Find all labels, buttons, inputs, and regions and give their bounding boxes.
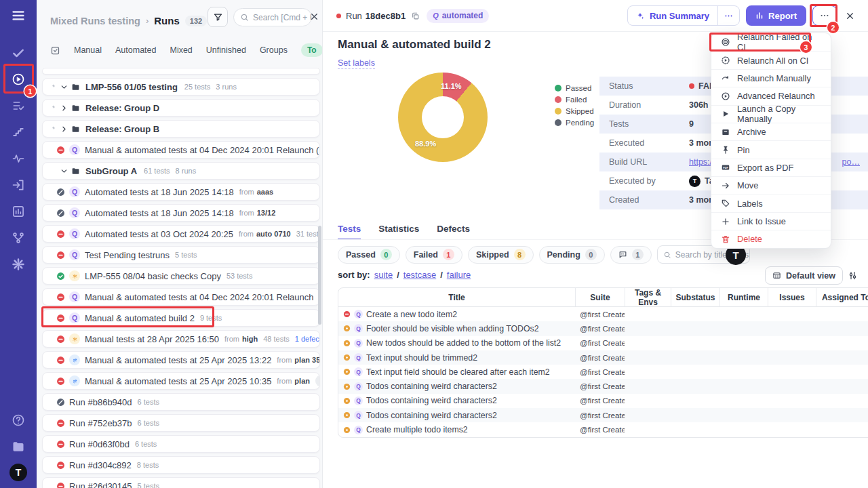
column-header-ass[interactable]: Assigned To <box>816 288 868 306</box>
tab-defects[interactable]: Defects <box>437 224 470 240</box>
help-icon[interactable] <box>5 407 31 433</box>
chevron-right-icon[interactable] <box>60 125 68 133</box>
automated-badge[interactable]: Q automated <box>427 9 489 23</box>
breadcrumb-project[interactable]: Mixed Runs testing <box>50 16 140 26</box>
menu-icon[interactable] <box>11 8 26 23</box>
menu-item-launch-a-copy-manually[interactable]: Launch a Copy Manually <box>711 105 831 123</box>
runs-filter-tab-mixed[interactable]: Mixed <box>170 45 192 55</box>
scrollbar[interactable] <box>318 226 321 325</box>
menu-item-export-as-pdf[interactable]: PDFExport as PDF <box>711 159 831 176</box>
filter-pill-failed[interactable]: Failed1 <box>406 246 462 264</box>
test-row[interactable]: QCreate multiple todo items2@first Creat… <box>338 422 868 436</box>
chevron-down-icon[interactable] <box>60 83 68 91</box>
folder-icon[interactable] <box>5 433 31 460</box>
tab-statistics[interactable]: Statistics <box>378 224 419 240</box>
run-row[interactable]: Run #b86b940d6 tests <box>42 393 320 411</box>
column-header-tags[interactable]: Tags & Envs <box>625 288 671 306</box>
run-row[interactable]: LMP-555 08/04 basic checks Copy53 tests <box>42 267 320 285</box>
runs-filter-tab-automated[interactable]: Automated <box>115 45 156 55</box>
test-row[interactable]: QTodos containing weird characters2@firs… <box>338 408 868 422</box>
run-row[interactable]: QManual & automated tests at 04 Dec 2024… <box>42 288 320 306</box>
menu-item-delete[interactable]: Delete <box>711 230 831 247</box>
test-row[interactable]: QTodos containing weird characters2@firs… <box>338 394 868 408</box>
runs-play-icon[interactable] <box>5 66 31 92</box>
runs-filter-tab-highlighted[interactable]: To <box>301 43 322 57</box>
test-row[interactable]: QText input field should be cleared afte… <box>338 365 868 379</box>
checklist-icon[interactable] <box>5 92 31 119</box>
group-row[interactable]: SubGroup A61 tests8 runs <box>42 162 320 180</box>
menu-item-pin[interactable]: Pin <box>711 140 831 158</box>
select-all-icon[interactable] <box>50 45 60 56</box>
filter-pill-pending[interactable]: Pending0 <box>539 246 605 264</box>
sort-by-failure[interactable]: failure <box>447 270 471 280</box>
breadcrumb-section[interactable]: Runs <box>154 15 180 26</box>
sort-by-testcase[interactable]: testcase <box>403 270 436 280</box>
pulse-icon[interactable] <box>5 145 31 171</box>
column-header-run[interactable]: Runtime <box>719 288 768 306</box>
menu-item-relaunch-all-on-ci[interactable]: Relaunch All on CI <box>711 51 831 68</box>
menu-item-relaunch-manually[interactable]: Relaunch Manually <box>711 69 831 87</box>
menu-item-advanced-relaunch[interactable]: Advanced Relaunch <box>711 87 831 104</box>
comments-pill[interactable]: 1 <box>610 246 652 264</box>
more-actions-button[interactable] <box>812 5 837 26</box>
test-row[interactable]: QNew todos should be added to the bottom… <box>338 336 868 350</box>
sliders-icon[interactable] <box>848 270 859 281</box>
run-row[interactable]: QAutomated tests at 18 Jun 2025 14:18fro… <box>42 204 320 222</box>
chevron-right-icon[interactable] <box>60 104 68 112</box>
signin-icon[interactable] <box>5 171 31 198</box>
test-row[interactable]: QTodos containing weird characters2@firs… <box>338 379 868 393</box>
run-row[interactable]: Run #752eb37b6 tests <box>42 414 320 432</box>
run-row[interactable]: Manual tests at 28 Apr 2025 16:50fromhig… <box>42 330 320 348</box>
run-row[interactable]: Manual & automated tests at 25 Apr 2025 … <box>42 351 320 369</box>
sort-by-suite[interactable]: suite <box>374 270 393 280</box>
run-summary-more-button[interactable] <box>717 6 739 25</box>
tests-check-icon[interactable] <box>5 39 31 66</box>
menu-item-move[interactable]: Move <box>711 176 831 194</box>
filter-pill-passed[interactable]: Passed0 <box>338 246 400 264</box>
runs-filter-tab-manual[interactable]: Manual <box>74 45 102 55</box>
run-row[interactable]: QTest Pending testruns5 tests <box>42 246 320 264</box>
runs-filter-tab-unfinished[interactable]: Unfinished <box>206 45 246 55</box>
menu-item-link-to-issue[interactable]: Link to Issue <box>711 212 831 230</box>
filter-button[interactable] <box>208 7 228 27</box>
chevron-down-icon[interactable] <box>60 167 68 175</box>
user-avatar[interactable]: T <box>9 464 27 481</box>
steps-icon[interactable] <box>5 119 31 145</box>
settings-gear-icon[interactable] <box>5 251 31 277</box>
close-icon[interactable] <box>846 12 854 20</box>
run-row[interactable]: QAutomated tests at 03 Oct 2024 20:25fro… <box>42 225 320 243</box>
default-view-button[interactable]: Default view <box>765 266 843 285</box>
run-row[interactable]: QManual & automated build 29 tests <box>42 309 320 327</box>
run-row[interactable]: Run #d304c8928 tests <box>42 456 320 474</box>
menu-item-archive[interactable]: Archive <box>711 123 831 140</box>
run-summary-button[interactable]: Run Summary <box>627 5 740 26</box>
run-row[interactable]: Run #0d63f0bd6 tests <box>42 435 320 453</box>
build-url-link-end[interactable]: po… <box>842 157 868 167</box>
run-row[interactable]: Run #26d301455 tests <box>42 477 320 488</box>
menu-item-labels[interactable]: Labels <box>711 195 831 212</box>
group-row[interactable]: Release: Group D <box>42 99 320 117</box>
run-row[interactable]: Manual & automated tests at 25 Apr 2025 … <box>42 372 320 390</box>
tab-tests[interactable]: Tests <box>338 224 361 240</box>
group-row[interactable]: Release: Group B <box>42 120 320 138</box>
set-labels-link[interactable]: Set labels <box>338 58 375 69</box>
menu-item-relaunch-failed-on-ci[interactable]: Relaunch Failed on CI <box>711 33 831 51</box>
test-row[interactable]: QFooter should be visible when adding TO… <box>338 321 868 336</box>
test-row[interactable]: QText input should be trimmed2@first Cre… <box>338 350 868 365</box>
report-button[interactable]: Report <box>746 5 806 26</box>
close-icon[interactable] <box>307 9 321 24</box>
run-row[interactable]: QAutomated tests at 18 Jun 2025 14:18fro… <box>42 183 320 201</box>
column-header-title[interactable]: Title <box>338 288 575 306</box>
column-header-sub[interactable]: Substatus <box>671 288 719 306</box>
group-row[interactable]: LMP-556 01/05 testing25 tests3 runs <box>42 78 320 96</box>
run-row[interactable]: QManual & automated tests at 04 Dec 2024… <box>42 141 320 159</box>
column-header-suite[interactable]: Suite <box>575 288 625 306</box>
analytics-icon[interactable] <box>5 198 31 224</box>
column-header-iss[interactable]: Issues <box>768 288 816 306</box>
run-defects-link[interactable]: 1 defects <box>295 335 320 343</box>
copy-icon[interactable] <box>411 12 420 20</box>
search-input[interactable]: Search [Cmd + K] <box>233 8 312 26</box>
branch-icon[interactable] <box>5 224 31 251</box>
runs-filter-tab-groups[interactable]: Groups <box>260 45 288 55</box>
test-row[interactable]: QCreate a new todo item2@first Create ..… <box>338 307 868 321</box>
